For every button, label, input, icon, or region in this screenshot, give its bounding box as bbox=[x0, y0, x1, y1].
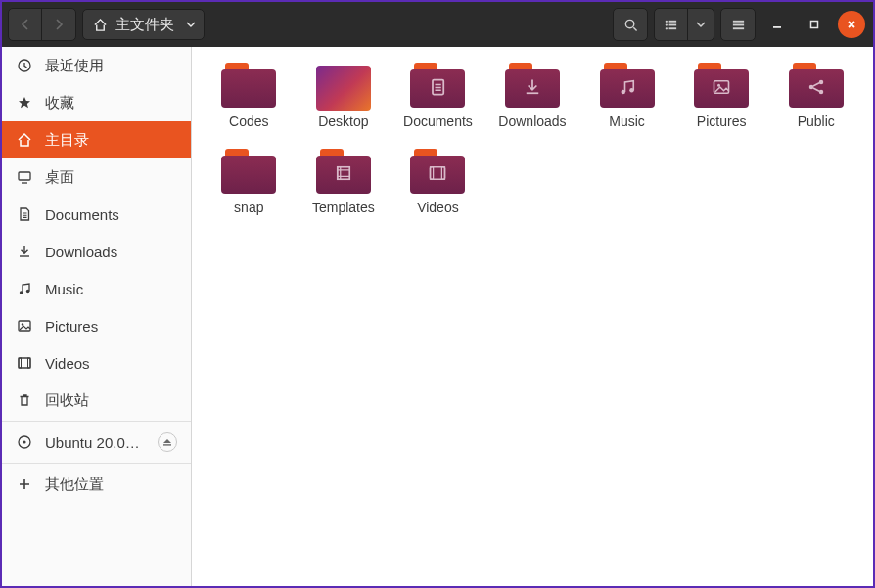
sidebar-other-label: 其他位置 bbox=[45, 475, 177, 494]
svg-rect-8 bbox=[732, 23, 743, 25]
minimize-button[interactable] bbox=[763, 11, 791, 38]
sidebar-item-home[interactable]: 主目录 bbox=[2, 121, 191, 158]
path-label: 主文件夹 bbox=[115, 16, 174, 34]
sidebar-item-pictures[interactable]: Pictures bbox=[2, 307, 191, 344]
sidebar-item-trash[interactable]: 回收站 bbox=[2, 382, 191, 419]
svg-point-0 bbox=[625, 20, 633, 27]
video-icon bbox=[16, 354, 33, 372]
folder-item[interactable]: Videos bbox=[391, 145, 485, 219]
search-icon bbox=[623, 18, 638, 32]
home-icon bbox=[93, 18, 108, 32]
svg-point-1 bbox=[666, 20, 668, 22]
hamburger-icon bbox=[731, 18, 746, 32]
folder-icon bbox=[694, 63, 749, 108]
sidebar-item-label: Downloads bbox=[45, 244, 177, 260]
file-manager-window: 主文件夹 bbox=[0, 0, 875, 588]
plus-icon bbox=[16, 475, 33, 493]
desktop-icon bbox=[16, 168, 33, 186]
folder-icon bbox=[410, 63, 465, 108]
eject-button[interactable] bbox=[158, 432, 177, 452]
folder-icon bbox=[221, 63, 276, 108]
folder-item[interactable]: Documents bbox=[391, 59, 485, 133]
sidebar-separator bbox=[2, 463, 191, 464]
sidebar-item-label: 收藏 bbox=[45, 94, 177, 113]
eject-icon bbox=[162, 437, 172, 447]
folder-icon bbox=[316, 149, 371, 194]
home-icon bbox=[16, 131, 33, 149]
back-button[interactable] bbox=[9, 9, 42, 40]
sidebar-item-recent[interactable]: 最近使用 bbox=[2, 47, 191, 84]
star-icon bbox=[16, 94, 33, 112]
minimize-icon bbox=[771, 19, 783, 30]
disc-icon bbox=[16, 433, 33, 451]
folder-item[interactable]: Desktop bbox=[297, 59, 391, 133]
folder-label: Music bbox=[609, 113, 645, 129]
sidebar-item-music[interactable]: Music bbox=[2, 270, 191, 307]
folder-icon bbox=[410, 149, 465, 194]
body: 最近使用收藏主目录桌面DocumentsDownloadsMusicPictur… bbox=[2, 47, 873, 586]
sidebar-item-label: 最近使用 bbox=[45, 57, 177, 75]
chevron-right-icon bbox=[53, 19, 65, 30]
trash-icon bbox=[16, 391, 33, 409]
view-group bbox=[654, 8, 714, 41]
folder-label: Documents bbox=[403, 113, 473, 129]
svg-rect-7 bbox=[732, 20, 743, 22]
list-icon bbox=[664, 18, 678, 32]
maximize-button[interactable] bbox=[801, 11, 828, 38]
headerbar: 主文件夹 bbox=[2, 2, 873, 47]
forward-button[interactable] bbox=[42, 9, 75, 40]
chevron-left-icon bbox=[20, 19, 31, 30]
close-button[interactable] bbox=[838, 11, 865, 38]
view-list-button[interactable] bbox=[655, 9, 688, 40]
close-icon bbox=[846, 19, 857, 30]
sidebar-other-locations[interactable]: 其他位置 bbox=[2, 466, 191, 503]
folder-label: Videos bbox=[417, 200, 459, 215]
main-view[interactable]: CodesDesktopDocumentsDownloadsMusicPictu… bbox=[192, 47, 873, 586]
folder-icon bbox=[505, 63, 560, 108]
svg-point-13 bbox=[23, 440, 25, 443]
folder-item[interactable]: Templates bbox=[297, 145, 391, 219]
sidebar-item-starred[interactable]: 收藏 bbox=[2, 84, 191, 121]
folder-label: Pictures bbox=[697, 113, 747, 129]
sidebar-item-desktop[interactable]: 桌面 bbox=[2, 158, 191, 196]
hamburger-menu-button[interactable] bbox=[721, 9, 755, 40]
desktop-wallpaper-icon bbox=[316, 66, 371, 111]
folder-item[interactable]: Music bbox=[579, 59, 674, 133]
folder-item[interactable]: snap bbox=[202, 145, 297, 219]
sidebar-item-label: Music bbox=[45, 281, 177, 297]
folder-icon bbox=[221, 149, 276, 194]
svg-rect-14 bbox=[163, 444, 171, 445]
sidebar-item-label: Videos bbox=[45, 355, 177, 372]
path-bar[interactable]: 主文件夹 bbox=[82, 9, 205, 40]
sidebar-separator bbox=[2, 421, 191, 422]
search-button[interactable] bbox=[614, 9, 647, 40]
folder-label: Desktop bbox=[318, 113, 368, 129]
svg-rect-11 bbox=[811, 22, 818, 28]
view-dropdown-button[interactable] bbox=[688, 9, 714, 40]
svg-point-5 bbox=[666, 27, 668, 29]
download-icon bbox=[16, 243, 33, 260]
svg-rect-9 bbox=[732, 27, 743, 29]
folder-label: Templates bbox=[312, 200, 375, 215]
folder-label: snap bbox=[234, 200, 263, 215]
sidebar-mount[interactable]: Ubuntu 20.0… bbox=[2, 424, 191, 461]
sidebar-item-label: Pictures bbox=[45, 318, 177, 335]
sidebar-item-videos[interactable]: Videos bbox=[2, 344, 191, 382]
sidebar: 最近使用收藏主目录桌面DocumentsDownloadsMusicPictur… bbox=[2, 47, 192, 586]
document-icon bbox=[16, 205, 33, 223]
folder-item[interactable]: Codes bbox=[202, 59, 297, 133]
maximize-icon bbox=[808, 19, 820, 30]
sidebar-item-label: 主目录 bbox=[45, 131, 177, 150]
svg-rect-4 bbox=[669, 23, 677, 25]
folder-icon bbox=[789, 63, 844, 108]
folder-item[interactable]: Downloads bbox=[485, 59, 580, 133]
music-icon bbox=[16, 280, 33, 297]
folder-item[interactable]: Public bbox=[768, 59, 863, 133]
folder-label: Downloads bbox=[498, 113, 566, 129]
sidebar-mount-label: Ubuntu 20.0… bbox=[45, 434, 146, 451]
sidebar-item-documents[interactable]: Documents bbox=[2, 196, 191, 233]
sidebar-item-downloads[interactable]: Downloads bbox=[2, 233, 191, 270]
sidebar-item-label: Documents bbox=[45, 206, 177, 223]
svg-rect-6 bbox=[669, 27, 677, 29]
folder-item[interactable]: Pictures bbox=[674, 59, 769, 133]
